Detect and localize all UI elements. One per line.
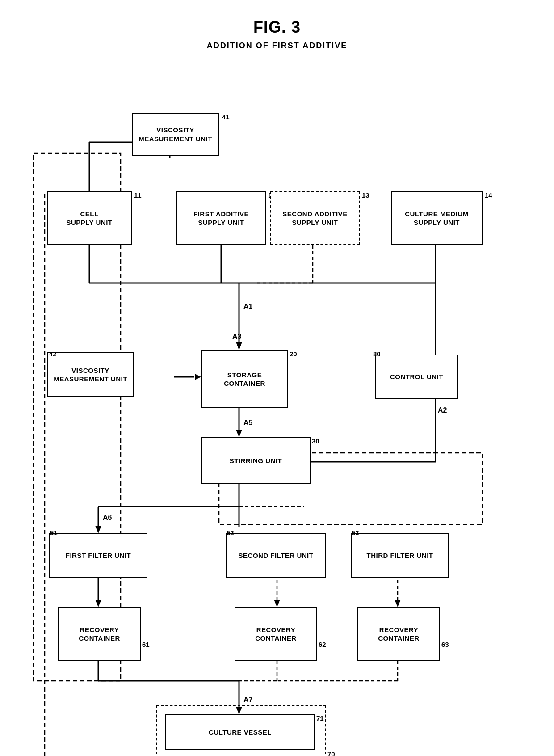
first-filter-box: FIRST FILTER UNIT xyxy=(49,533,147,578)
recovery-61-box: RECOVERY CONTAINER xyxy=(58,607,141,661)
svg-marker-11 xyxy=(236,342,242,350)
viscosity-mid-ref: 42 xyxy=(49,350,57,358)
third-filter-box: THIRD FILTER UNIT xyxy=(351,533,449,578)
svg-marker-36 xyxy=(395,600,401,607)
first-additive-box: FIRST ADDITIVE SUPPLY UNIT xyxy=(176,191,266,245)
stirring-unit-ref: 30 xyxy=(312,437,319,445)
second-filter-box: SECOND FILTER UNIT xyxy=(226,533,326,578)
culture-vessel-outer-ref: 70 xyxy=(327,750,335,756)
viscosity-mid-box: VISCOSITY MEASUREMENT UNIT xyxy=(47,352,134,397)
svg-text:A3: A3 xyxy=(232,333,242,340)
storage-container-ref: 20 xyxy=(290,350,297,358)
svg-text:A6: A6 xyxy=(103,514,112,521)
page-title: FIG. 3 xyxy=(0,0,554,37)
recovery-63-ref: 63 xyxy=(441,641,449,648)
recovery-63-box: RECOVERY CONTAINER xyxy=(357,607,440,661)
recovery-62-box: RECOVERY CONTAINER xyxy=(235,607,317,661)
svg-marker-32 xyxy=(95,600,101,607)
second-additive-box: SECOND ADDITIVE SUPPLY UNIT xyxy=(270,191,360,245)
second-additive-ref: 13 xyxy=(362,191,369,199)
control-unit-ref: 80 xyxy=(373,350,381,358)
svg-text:A1: A1 xyxy=(243,303,253,310)
cell-supply-box: CELL SUPPLY UNIT xyxy=(47,191,132,245)
culture-vessel-outer-box xyxy=(156,705,326,756)
svg-marker-28 xyxy=(95,526,101,533)
control-unit-box: CONTROL UNIT xyxy=(375,355,458,399)
culture-medium-ref: 14 xyxy=(485,191,492,199)
diagram: A1 A3 A4 A5 A2 A6 xyxy=(0,55,554,752)
svg-marker-34 xyxy=(274,600,280,607)
cell-supply-ref: 11 xyxy=(134,191,142,199)
recovery-62-ref: 62 xyxy=(319,641,326,648)
stirring-unit-box: STIRRING UNIT xyxy=(201,437,311,484)
viscosity-top-box: VISCOSITY MEASUREMENT UNIT xyxy=(132,113,219,156)
page-subtitle: ADDITION OF FIRST ADDITIVE xyxy=(0,41,554,51)
culture-medium-box: CULTURE MEDIUM SUPPLY UNIT xyxy=(391,191,483,245)
svg-text:A7: A7 xyxy=(243,696,253,704)
recovery-61-ref: 61 xyxy=(142,641,150,648)
svg-marker-18 xyxy=(236,430,242,437)
svg-text:A2: A2 xyxy=(438,406,447,414)
first-filter-ref: 51 xyxy=(50,529,58,536)
svg-marker-15 xyxy=(195,374,201,380)
third-filter-ref: 53 xyxy=(352,529,359,536)
second-filter-ref: 52 xyxy=(227,529,234,536)
storage-container-box: STORAGE CONTAINER xyxy=(201,350,288,408)
svg-text:A5: A5 xyxy=(243,419,253,427)
viscosity-top-ref: 41 xyxy=(222,113,230,121)
